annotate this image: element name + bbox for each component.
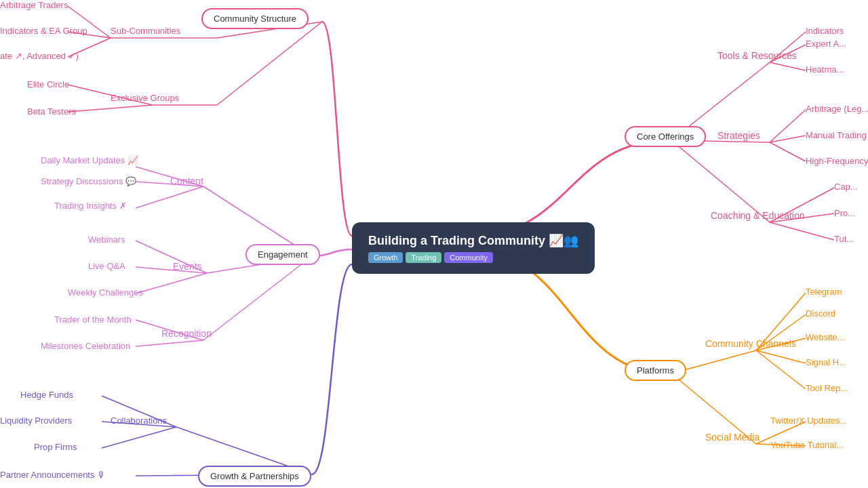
exclusive-groups-node: Exclusive Groups — [111, 93, 179, 103]
indicators-right-node: Indicators — [806, 26, 844, 36]
arbitrage-leg-node: Arbitrage (Leg... — [806, 104, 868, 114]
core-offerings-node[interactable]: Core Offerings — [625, 126, 706, 147]
indicators-ea-node: Indicators & EA Group — [0, 26, 87, 36]
community-structure-label: Community Structure — [214, 14, 296, 24]
liquidity-providers-node: Liquidity Providers — [0, 415, 72, 426]
content-node: Content — [170, 176, 203, 186]
platforms-node[interactable]: Platforms — [625, 360, 686, 381]
webinars-node: Webinars — [88, 235, 125, 245]
high-frequency-node: High-Frequency... — [806, 156, 868, 166]
cap-node: Cap... — [834, 182, 858, 192]
platforms-label: Platforms — [637, 365, 674, 375]
tag-growth: Growth — [368, 252, 403, 263]
youtube-tutorial-node: YouTube Tutorial... — [770, 440, 844, 450]
signal-h-node: Signal H... — [806, 357, 846, 367]
center-title: Building a Trading Community 📈👥 — [368, 234, 578, 247]
sub-communities-node: Sub-Communities — [111, 26, 180, 36]
tut-node: Tut... — [834, 234, 854, 244]
social-media-node: Social Media — [705, 432, 760, 443]
telegram-node: Telegram — [806, 287, 842, 297]
growth-partnerships-node[interactable]: Growth & Partnerships — [198, 466, 311, 487]
trading-insights-node: Trading Insights ✗ — [54, 201, 127, 211]
events-node: Events — [173, 261, 202, 272]
discord-node: Discord — [806, 308, 835, 319]
strategy-discussions-node: Strategy Discussions 💬 — [41, 176, 136, 186]
tag-community: Community — [444, 252, 493, 263]
tag-container: Growth Trading Community — [368, 252, 578, 263]
tag-trading: Trading — [406, 252, 441, 263]
strategies-node: Strategies — [717, 130, 760, 141]
coaching-education-node: Coaching & Education — [711, 210, 805, 221]
arbitrage-traders-node: Arbitrage Traders — [0, 0, 68, 10]
trader-of-month-node: Trader of the Month — [54, 314, 132, 325]
twitter-updates-node: Twitter/X Updates... — [770, 415, 847, 426]
partner-announcements-node: Partner Announcements 🎙 — [0, 470, 106, 480]
milestones-node: Milestones Celebration — [41, 341, 130, 351]
tools-resources-node: Tools & Resources — [717, 50, 797, 61]
recognition-node: Recognition — [161, 328, 212, 339]
engagement-node[interactable]: Engagement — [245, 244, 320, 265]
collaborations-node: Collaborations — [111, 415, 167, 426]
tool-rep-node: Tool Rep... — [806, 383, 848, 393]
live-qa-node: Live Q&A — [88, 261, 125, 271]
elite-circle-node: Elite Circle — [27, 79, 69, 89]
expert-advisors-node: Expert A... — [806, 39, 846, 49]
pro-node: Pro... — [834, 208, 855, 218]
engagement-label: Engagement — [258, 249, 308, 260]
weekly-challenges-node: Weekly Challenges — [68, 287, 143, 298]
hedge-funds-node: Hedge Funds — [20, 390, 73, 400]
heatmap-node: Heatma... — [806, 64, 844, 75]
community-channels-node: Community Channels — [705, 338, 796, 349]
community-structure-node[interactable]: Community Structure — [201, 8, 309, 29]
core-offerings-label: Core Offerings — [637, 131, 694, 142]
daily-market-updates-node: Daily Market Updates 📈 — [41, 155, 138, 165]
website-node: Website... — [806, 332, 845, 342]
advanced-node: ate ↗, Advanced ✓) — [0, 51, 79, 61]
prop-firms-node: Prop Firms — [34, 442, 77, 452]
center-node[interactable]: Building a Trading Community 📈👥 Growth T… — [352, 222, 595, 274]
manual-trading-node: Manual Trading — [806, 130, 867, 140]
growth-partnerships-label: Growth & Partnerships — [210, 471, 299, 481]
beta-testers-node: Beta Testers — [27, 106, 76, 117]
